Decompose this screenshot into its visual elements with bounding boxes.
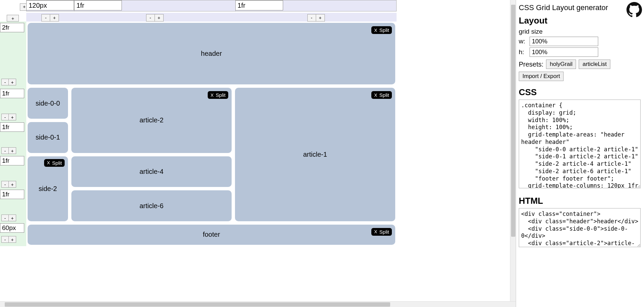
cell-label: side-0-0: [36, 100, 60, 107]
css-output[interactable]: [519, 100, 641, 188]
cell-article-4[interactable]: article-4: [71, 156, 232, 187]
cell-side-2[interactable]: side-2 Split: [28, 156, 68, 221]
cell-label: header: [201, 50, 222, 57]
split-button-article-1[interactable]: Split: [371, 91, 392, 99]
row-2-remove-button[interactable]: -: [1, 147, 9, 154]
css-heading: CSS: [519, 87, 641, 98]
row-size-input-0[interactable]: [0, 23, 24, 32]
html-heading: HTML: [519, 196, 641, 206]
row-2-add-button[interactable]: +: [9, 147, 16, 154]
col-1-remove-button[interactable]: -: [146, 14, 155, 22]
vertical-scrollbar[interactable]: [510, 0, 516, 301]
row-size-input-4[interactable]: [0, 190, 24, 199]
split-button-side-2[interactable]: Split: [44, 159, 65, 167]
width-label: w:: [519, 38, 528, 45]
app-title: CSS Grid Layout generator: [519, 3, 641, 12]
cell-article-6[interactable]: article-6: [71, 190, 232, 221]
row-slot-4: -+: [0, 190, 26, 223]
css-grid-preview: header Split side-0-0 side-0-1 side-2 Sp…: [28, 23, 395, 245]
cell-article-2[interactable]: article-2 Split: [71, 88, 232, 153]
row-sidebar: -+ -+ -+ -+ -+: [0, 22, 26, 246]
row-4-add-button[interactable]: +: [9, 215, 16, 221]
col-1-add-button[interactable]: +: [155, 14, 164, 22]
col-size-input-1[interactable]: [74, 0, 122, 10]
github-link[interactable]: [626, 2, 642, 17]
col-header-0: [27, 0, 74, 11]
row-slot-3: -+: [0, 156, 26, 189]
row-slot-0: -+: [0, 23, 26, 87]
height-label: h:: [519, 48, 528, 56]
cell-header[interactable]: header Split: [28, 23, 395, 84]
row-3-add-button[interactable]: +: [9, 181, 16, 188]
column-headers: [26, 0, 397, 11]
col-0-add-button[interactable]: +: [50, 14, 59, 22]
cell-label: article-1: [303, 151, 327, 158]
cell-side-0-0[interactable]: side-0-0: [28, 88, 68, 119]
row-3-remove-button[interactable]: -: [1, 181, 9, 188]
row-4-remove-button[interactable]: -: [1, 215, 9, 221]
row-1-remove-button[interactable]: -: [1, 114, 9, 120]
cell-label: side-0-1: [36, 133, 60, 141]
html-output[interactable]: [519, 208, 641, 247]
row-slot-2: -+: [0, 122, 26, 155]
cell-side-0-1[interactable]: side-0-1: [28, 122, 68, 153]
split-button-article-2[interactable]: Split: [208, 91, 228, 99]
row-size-input-3[interactable]: [0, 156, 24, 165]
cell-label: article-6: [139, 202, 163, 210]
row-0-remove-button[interactable]: -: [1, 79, 9, 85]
col-2-add-button[interactable]: +: [316, 14, 325, 22]
row-size-input-1[interactable]: [0, 89, 24, 98]
horizontal-scrollbar[interactable]: [0, 301, 516, 307]
col-0-remove-button[interactable]: -: [41, 14, 50, 22]
cell-label: side-2: [39, 185, 57, 193]
cell-label: article-4: [139, 168, 163, 176]
preset-articlelist-button[interactable]: articleList: [579, 60, 610, 69]
cell-label: footer: [203, 231, 220, 238]
row-5-remove-button[interactable]: -: [1, 236, 9, 243]
preset-holygrail-button[interactable]: holyGrail: [546, 60, 576, 69]
cell-article-1[interactable]: article-1 Split: [235, 88, 395, 221]
row-slot-1: -+: [0, 89, 26, 122]
col-size-input-2[interactable]: [235, 0, 283, 10]
col-2-remove-button[interactable]: -: [307, 14, 316, 22]
grid-stage: header Split side-0-0 side-0-1 side-2 Sp…: [26, 22, 397, 246]
row-1-add-button[interactable]: +: [9, 114, 16, 120]
layout-heading: Layout: [519, 15, 641, 26]
import-export-button[interactable]: Import / Export: [519, 72, 564, 81]
width-input[interactable]: [530, 37, 598, 46]
grid-size-label: grid size: [519, 28, 641, 35]
presets-label: Presets:: [519, 61, 543, 68]
workspace-scroll[interactable]: + + - +: [0, 0, 516, 307]
height-input[interactable]: [530, 47, 598, 57]
column-controls: - + - + - +: [26, 13, 397, 22]
cell-footer[interactable]: footer Split: [28, 225, 395, 245]
row-0-add-button[interactable]: +: [9, 79, 16, 85]
row-slot-5: -+: [0, 223, 26, 243]
row-5-add-button[interactable]: +: [9, 236, 16, 243]
col-size-input-0[interactable]: [26, 0, 74, 10]
github-icon: [626, 2, 642, 17]
add-row-top-button[interactable]: +: [7, 15, 19, 22]
cell-label: article-2: [139, 116, 163, 124]
row-size-input-5[interactable]: [0, 223, 24, 233]
split-button-header[interactable]: Split: [371, 26, 392, 34]
col-header-1: [74, 0, 236, 11]
split-button-footer[interactable]: Split: [371, 228, 392, 236]
settings-panel: CSS Grid Layout generator Layout grid si…: [516, 0, 644, 307]
row-size-input-2[interactable]: [0, 122, 24, 132]
col-header-2: [236, 0, 397, 11]
